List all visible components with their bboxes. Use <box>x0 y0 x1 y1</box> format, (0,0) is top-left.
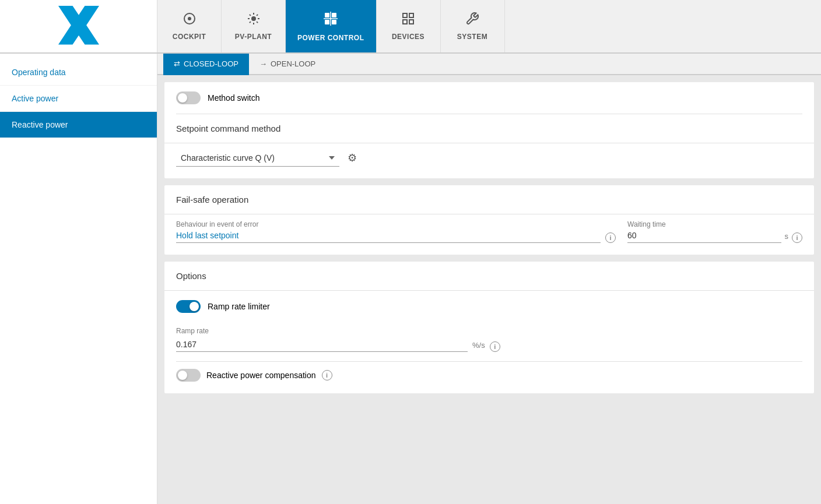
sidebar: Operating dataActive powerReactive power <box>0 54 157 504</box>
power-control-label: POWER CONTROL <box>297 34 364 42</box>
tab-open-loop[interactable]: → OPEN-LOOP <box>249 54 326 75</box>
behaviour-field: Behaviour in event of error Hold last se… <box>176 220 616 243</box>
method-switch-label: Method switch <box>208 93 259 103</box>
reactive-power-comp-row: Reactive power compensation i <box>164 362 814 393</box>
method-switch-toggle[interactable] <box>176 91 201 104</box>
closed-loop-icon: ⇄ <box>174 59 180 68</box>
waiting-time-field: Waiting time s i <box>627 220 802 243</box>
ramp-rate-value-row: %/s i <box>176 337 802 352</box>
nav-tabs: COCKPITPV-PLANTPOWER CONTROLDEVICESSYSTE… <box>157 0 505 52</box>
system-icon <box>465 12 479 29</box>
system-label: SYSTEM <box>457 33 487 41</box>
options-header: Options <box>164 262 814 291</box>
pv-plant-icon <box>247 12 261 29</box>
svg-rect-15 <box>332 20 336 24</box>
options-section: Options Ramp rate limiter Ramp rate %/s … <box>164 262 814 393</box>
svg-marker-0 <box>58 6 99 45</box>
ramp-rate-info-icon[interactable]: i <box>490 341 500 352</box>
devices-icon <box>401 12 415 29</box>
failsafe-header: Fail-safe operation <box>164 185 814 214</box>
logo-icon <box>58 6 99 47</box>
waiting-time-input[interactable] <box>627 228 781 243</box>
logo-area <box>0 0 157 52</box>
setpoint-section: Method switch Setpoint command method Ch… <box>164 82 814 178</box>
waiting-time-input-row: s i <box>627 228 802 243</box>
ramp-rate-limiter-toggle[interactable] <box>176 300 201 313</box>
ramp-rate-input[interactable] <box>176 337 468 352</box>
sidebar-item-active-power[interactable]: Active power <box>0 86 157 112</box>
tab-closed-loop[interactable]: ⇄ CLOSED-LOOP <box>163 54 249 75</box>
behaviour-dropdown[interactable]: Hold last setpoint Output zero <box>176 228 601 243</box>
pv-plant-label: PV-PLANT <box>235 33 272 41</box>
svg-line-10 <box>257 15 258 16</box>
nav-tab-devices[interactable]: DEVICES <box>377 0 441 52</box>
svg-rect-14 <box>325 20 329 24</box>
sub-tabs-bar: ⇄ CLOSED-LOOP → OPEN-LOOP <box>157 54 821 75</box>
content-area: ⇄ CLOSED-LOOP → OPEN-LOOP Method switch … <box>157 54 821 504</box>
svg-rect-21 <box>409 20 413 24</box>
svg-rect-18 <box>403 13 407 17</box>
ramp-rate-row: Ramp rate %/s i <box>164 322 814 361</box>
svg-line-11 <box>249 22 250 23</box>
closed-loop-label: CLOSED-LOOP <box>184 59 238 68</box>
behaviour-label: Behaviour in event of error <box>176 220 616 228</box>
sidebar-item-reactive-power[interactable]: Reactive power <box>0 112 157 138</box>
open-loop-icon: → <box>259 59 267 68</box>
ramp-rate-unit: %/s <box>472 341 485 350</box>
svg-rect-13 <box>332 13 336 17</box>
cockpit-label: COCKPIT <box>173 33 206 41</box>
svg-line-9 <box>257 22 258 23</box>
dropdown-row: Characteristic curve Q (V) Fixed setpoin… <box>164 143 814 178</box>
failsafe-section: Fail-safe operation Behaviour in event o… <box>164 185 814 255</box>
waiting-time-unit: s <box>785 232 789 241</box>
main-layout: Operating dataActive powerReactive power… <box>0 54 821 504</box>
ramp-rate-limiter-label: Ramp rate limiter <box>208 302 270 311</box>
characteristic-curve-dropdown[interactable]: Characteristic curve Q (V) Fixed setpoin… <box>176 150 339 167</box>
reactive-power-comp-info-icon[interactable]: i <box>322 370 332 380</box>
svg-point-2 <box>188 17 191 20</box>
waiting-time-info-icon[interactable]: i <box>792 232 802 243</box>
comp-toggle-thumb <box>178 371 187 380</box>
sidebar-item-operating-data[interactable]: Operating data <box>0 59 157 86</box>
setpoint-header: Setpoint command method <box>164 114 814 143</box>
ramp-toggle-thumb <box>190 302 199 311</box>
waiting-time-label: Waiting time <box>627 220 802 228</box>
svg-point-3 <box>251 16 256 21</box>
nav-tab-system[interactable]: SYSTEM <box>441 0 505 52</box>
ramp-rate-label: Ramp rate <box>176 327 802 335</box>
top-nav: COCKPITPV-PLANTPOWER CONTROLDEVICESSYSTE… <box>0 0 821 54</box>
nav-tab-pv-plant[interactable]: PV-PLANT <box>222 0 286 52</box>
devices-label: DEVICES <box>392 33 424 41</box>
reactive-power-comp-label: Reactive power compensation <box>206 371 316 380</box>
method-switch-row: Method switch <box>164 82 814 114</box>
svg-rect-19 <box>409 13 413 17</box>
settings-gear-button[interactable]: ⚙ <box>345 149 359 167</box>
open-loop-label: OPEN-LOOP <box>271 59 315 68</box>
ramp-rate-limiter-row: Ramp rate limiter <box>164 291 814 322</box>
svg-rect-12 <box>325 13 329 17</box>
nav-tab-power-control[interactable]: POWER CONTROL <box>286 0 377 52</box>
behaviour-info-icon[interactable]: i <box>605 232 616 243</box>
power-control-icon <box>322 10 339 30</box>
nav-tab-cockpit[interactable]: COCKPIT <box>157 0 222 52</box>
failsafe-form: Behaviour in event of error Hold last se… <box>164 214 814 255</box>
svg-rect-20 <box>403 20 407 24</box>
reactive-power-comp-toggle[interactable] <box>176 369 201 382</box>
sidebar-items: Operating dataActive powerReactive power <box>0 59 157 138</box>
cockpit-icon <box>183 12 197 29</box>
svg-line-8 <box>249 15 250 16</box>
